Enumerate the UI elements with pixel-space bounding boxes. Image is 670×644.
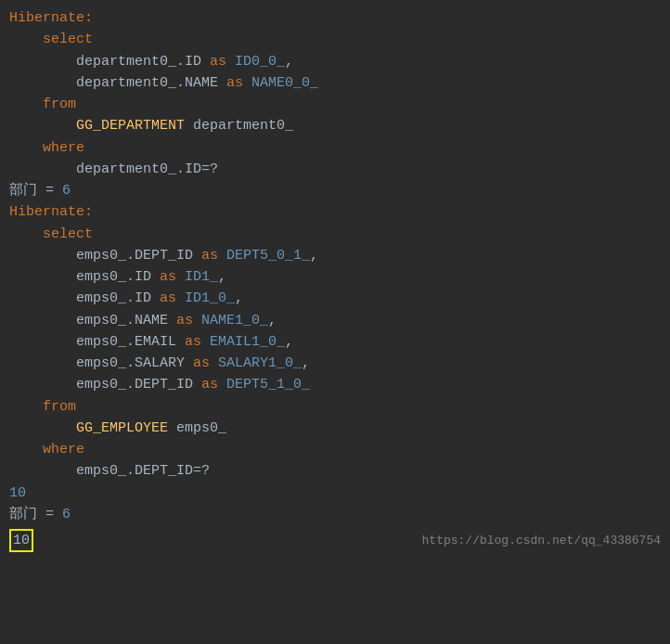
line-14: emps0_.ID as ID1_0_, bbox=[0, 288, 670, 309]
line-3: department0_.ID as ID0_0_, bbox=[0, 51, 670, 72]
line-5: from bbox=[0, 94, 670, 115]
line-18: emps0_.DEPT_ID as DEPT5_1_0_ bbox=[0, 374, 670, 395]
line-9: 部门 = 6 bbox=[0, 180, 670, 201]
line-4: department0_.NAME as NAME0_0_ bbox=[0, 72, 670, 94]
url-label: https://blog.csdn.net/qq_43386754 bbox=[422, 534, 661, 547]
line-2: select bbox=[0, 29, 670, 50]
line-15: emps0_.NAME as NAME1_0_, bbox=[0, 310, 670, 331]
highlight-box: 10 bbox=[9, 529, 33, 552]
line-21: where bbox=[0, 439, 670, 460]
line-6: GG_DEPARTMENT department0_ bbox=[0, 115, 670, 136]
line-8: department0_.ID=? bbox=[0, 159, 670, 180]
code-block: Hibernate: select department0_.ID as ID0… bbox=[0, 0, 670, 644]
line-17: emps0_.SALARY as SALARY1_0_, bbox=[0, 353, 670, 374]
line-16: emps0_.EMAIL as EMAIL1_0_, bbox=[0, 331, 670, 353]
line-7: where bbox=[0, 137, 670, 159]
line-1: Hibernate: bbox=[0, 7, 670, 29]
line-19: from bbox=[0, 396, 670, 418]
line-11: select bbox=[0, 224, 670, 245]
line-20: GG_EMPLOYEE emps0_ bbox=[0, 418, 670, 439]
line-10: Hibernate: bbox=[0, 201, 670, 223]
line-13: emps0_.ID as ID1_, bbox=[0, 266, 670, 288]
highlighted-value: 10 bbox=[9, 529, 33, 552]
line-12: emps0_.DEPT_ID as DEPT5_0_1_, bbox=[0, 245, 670, 266]
line-22: emps0_.DEPT_ID=? bbox=[0, 460, 670, 482]
line-23: 10 bbox=[0, 483, 670, 504]
line-24: 部门 = 6 bbox=[0, 504, 670, 525]
